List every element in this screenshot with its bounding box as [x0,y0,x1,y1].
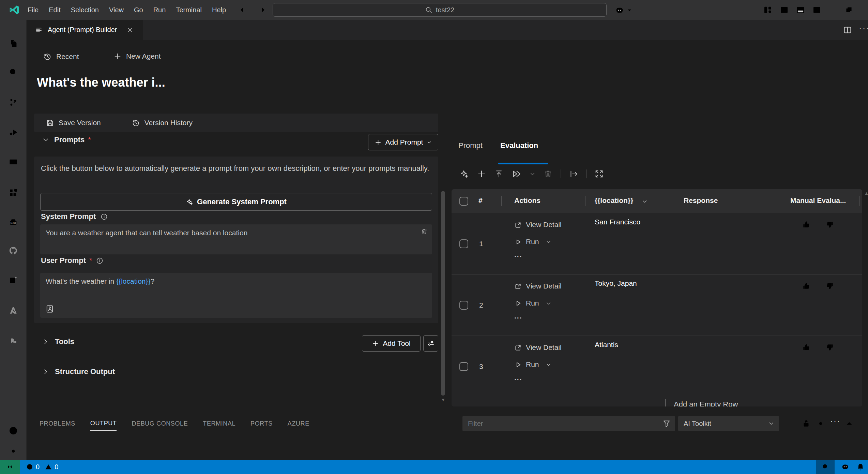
account-icon[interactable] [8,426,18,436]
generate-system-prompt-button[interactable]: Generate System Prompt [40,193,432,211]
row-checkbox[interactable] [459,239,468,248]
back-arrow-icon[interactable] [239,5,249,15]
remote-indicator[interactable] [0,460,20,474]
menu-file[interactable]: File [22,0,44,20]
run-debug-icon[interactable] [8,127,18,137]
tab-evaluation[interactable]: Evaluation [500,141,538,150]
run-options-chevron-icon[interactable] [530,171,535,177]
extensions-icon[interactable] [8,188,18,198]
ai-toolkit-icon[interactable] [8,336,18,346]
panel-tab-terminal[interactable]: TERMINAL [203,416,235,431]
structure-output-section-header[interactable]: Structure Output [42,367,115,376]
command-center-search[interactable]: test22 [273,3,607,17]
search-sidebar-icon[interactable] [8,67,18,77]
m365-toolkit-icon[interactable] [8,217,18,227]
panel-tab-problems[interactable]: PROBLEMS [40,416,75,431]
copilot-status-icon[interactable] [840,462,850,472]
close-window-icon[interactable] [858,5,868,15]
menu-go[interactable]: Go [129,0,148,20]
tab-prompt[interactable]: Prompt [458,141,483,150]
thumbs-down-icon[interactable] [825,220,835,229]
run-row-button[interactable]: Run [514,238,551,246]
row-more-button[interactable]: ... [514,312,522,320]
fullscreen-icon[interactable] [594,169,604,179]
tab-agent-prompt-builder[interactable]: Agent (Prompt) Builder [27,20,143,40]
scrollbar-down-arrow-icon[interactable]: ▼ [441,397,445,402]
row-more-button[interactable]: ... [514,373,522,382]
editor-more-actions-icon[interactable]: ··· [859,23,868,34]
generate-data-sparkle-icon[interactable] [459,169,469,179]
recent-button[interactable]: Recent [43,52,79,61]
run-row-button[interactable]: Run [514,360,551,369]
thumbs-up-icon[interactable] [802,343,811,352]
explorer-icon[interactable] [8,38,18,48]
toggle-sidebar-icon[interactable] [779,5,789,15]
maximize-panel-chevron-icon[interactable] [844,419,854,428]
azure-icon[interactable] [8,306,18,316]
menu-edit[interactable]: Edit [44,0,65,20]
add-prompt-button[interactable]: Add Prompt [368,134,438,150]
thumbs-up-icon[interactable] [802,281,811,291]
panel-more-actions-icon[interactable]: ··· [830,416,840,426]
toggle-secondary-sidebar-icon[interactable] [812,5,822,15]
user-prompt-textarea[interactable]: What's the weather in {{location}}? [40,273,432,318]
attach-image-icon[interactable] [45,304,55,314]
tab-close-icon[interactable] [126,27,133,33]
view-detail-button[interactable]: View Detail [514,282,562,290]
menu-help[interactable]: Help [207,0,231,20]
copilot-chevron-down-icon[interactable] [626,7,633,13]
new-agent-button[interactable]: New Agent [113,52,161,60]
github-icon[interactable] [8,246,18,256]
prompts-section-header[interactable]: Prompts * [42,135,91,144]
panel-tab-debug-console[interactable]: DEBUG CONSOLE [132,416,188,431]
export-icon[interactable] [569,169,578,179]
add-empty-row-strip[interactable]: Add an Empty Row [452,397,862,406]
panel-tab-output[interactable]: OUTPUT [90,416,117,431]
menu-selection[interactable]: Selection [66,0,104,20]
filter-funnel-icon[interactable] [662,419,671,428]
thumbs-up-icon[interactable] [802,220,811,229]
toggle-panel-icon[interactable] [795,5,806,15]
tool-settings-button[interactable] [423,335,438,352]
unlock-scroll-icon[interactable] [802,419,811,428]
source-control-icon[interactable] [8,97,18,107]
problems-status-item[interactable]: 0 0 [26,460,58,474]
view-detail-button[interactable]: View Detail [514,221,562,229]
run-row-button[interactable]: Run [514,299,551,307]
remote-explorer-icon[interactable] [8,158,18,168]
info-icon[interactable] [100,213,108,221]
output-settings-gear-icon[interactable] [816,419,825,428]
output-channel-select[interactable]: AI Toolkit [678,416,779,431]
menu-run[interactable]: Run [148,0,171,20]
menu-view[interactable]: View [104,0,129,20]
menu-terminal[interactable]: Terminal [171,0,207,20]
import-dataset-icon[interactable] [494,169,504,179]
info-icon[interactable] [96,257,104,265]
panel-tab-ports[interactable]: PORTS [250,416,273,431]
close-panel-icon[interactable] [858,419,868,428]
notifications-bell-icon[interactable] [856,462,865,471]
restore-window-icon[interactable] [844,5,853,14]
clear-output-icon[interactable] [787,419,797,428]
trash-icon[interactable] [421,228,428,235]
add-empty-row-label[interactable]: Add an Empty Row [674,400,738,406]
filter-input[interactable] [462,416,675,431]
row-more-button[interactable]: ... [514,251,522,259]
run-all-icon[interactable] [512,169,522,179]
row-checkbox[interactable] [459,301,468,310]
thumbs-down-icon[interactable] [825,343,835,352]
zoom-status-item[interactable] [816,460,835,474]
version-history-button[interactable]: Version History [132,119,193,127]
view-detail-button[interactable]: View Detail [514,343,562,352]
left-pane-scrollbar[interactable] [441,191,445,396]
tools-section-header[interactable]: Tools [42,337,74,346]
column-location[interactable]: {{location}} [595,196,633,205]
select-all-checkbox[interactable] [459,197,468,206]
row-checkbox[interactable] [459,362,468,371]
customize-layout-icon[interactable] [763,5,773,15]
add-row-icon[interactable] [477,169,486,179]
scrollbar-up-arrow-icon[interactable]: ▲ [864,191,868,196]
panel-tab-azure[interactable]: AZURE [288,416,309,431]
column-chevron-down-icon[interactable] [642,198,648,205]
add-tool-button[interactable]: Add Tool [362,335,421,352]
